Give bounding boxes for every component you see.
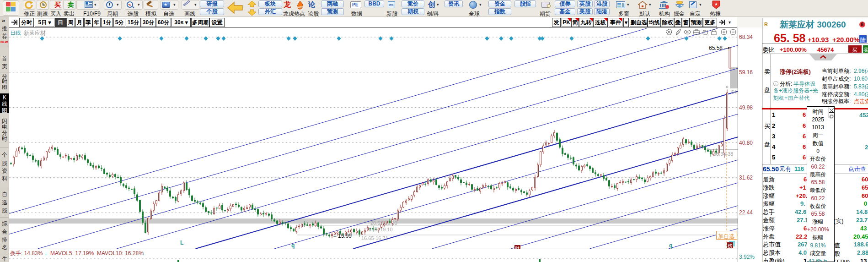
svg-text:HOT: HOT — [297, 6, 303, 9]
svg-text:★: ★ — [714, 2, 718, 6]
